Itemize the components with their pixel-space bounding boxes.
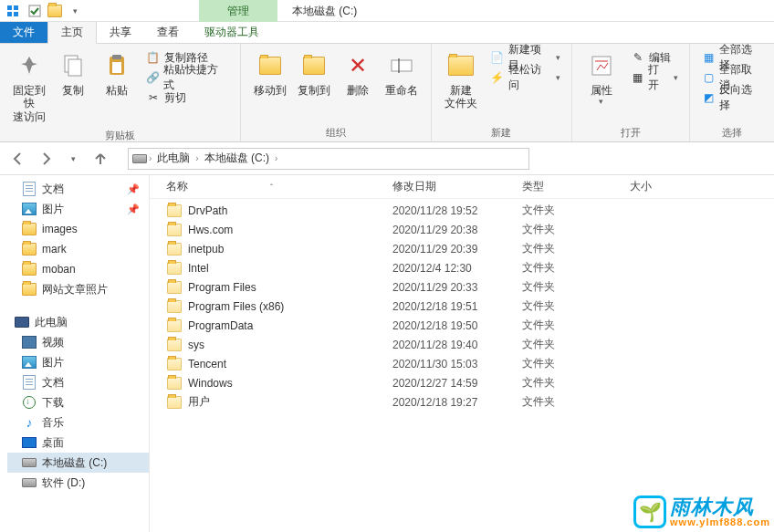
table-row[interactable]: sys2020/11/28 19:40文件夹 — [166, 335, 774, 354]
file-date: 2020/11/29 20:38 — [392, 224, 522, 236]
breadcrumb-pc[interactable]: 此电脑 — [153, 151, 194, 166]
scissors-icon: ✂ — [146, 90, 161, 105]
column-size[interactable]: 大小 — [630, 179, 703, 194]
back-button[interactable] — [7, 148, 29, 170]
pin-to-quick-access-button[interactable]: 固定到快 速访问 — [7, 47, 51, 127]
table-row[interactable]: ProgramData2020/12/18 19:50文件夹 — [166, 316, 774, 335]
folder-icon — [166, 337, 183, 353]
properties-icon — [587, 51, 616, 80]
sidebar-item[interactable]: mark — [7, 239, 149, 259]
table-row[interactable]: 用户2020/12/18 19:27文件夹 — [166, 392, 774, 412]
file-date: 2020/12/18 19:51 — [392, 300, 522, 313]
table-row[interactable]: inetpub2020/11/29 20:39文件夹 — [166, 239, 774, 258]
file-name: DrvPath — [188, 204, 392, 217]
file-date: 2020/11/28 19:40 — [392, 339, 522, 351]
table-row[interactable]: Hws.com2020/11/29 20:38文件夹 — [166, 220, 774, 239]
sidebar-item[interactable]: 桌面 — [7, 433, 149, 453]
file-date: 2020/12/18 19:27 — [392, 396, 522, 409]
forward-button[interactable] — [35, 148, 57, 170]
chevron-right-icon[interactable]: › — [275, 153, 277, 163]
sidebar-item[interactable]: moban — [7, 259, 149, 279]
column-name[interactable]: 名称ˆ — [166, 179, 392, 194]
table-row[interactable]: Program Files2020/11/29 20:33文件夹 — [166, 277, 774, 297]
sidebar-item[interactable]: 软件 (D:) — [7, 473, 149, 493]
column-type[interactable]: 类型 — [522, 179, 630, 194]
folder-icon — [166, 356, 183, 372]
tab-home[interactable]: 主页 — [47, 22, 97, 44]
table-row[interactable]: Windows2020/12/27 14:59文件夹 — [166, 373, 774, 392]
table-row[interactable]: Program Files (x86)2020/12/18 19:51文件夹 — [166, 297, 774, 316]
watermark-logo-icon: 🌱 — [633, 495, 666, 528]
column-date[interactable]: 修改日期 — [392, 179, 522, 194]
sidebar-item-label: 下载 — [42, 395, 64, 411]
system-menu-icon[interactable] — [4, 2, 22, 20]
sidebar-item[interactable]: 本地磁盘 (C:) — [7, 453, 149, 473]
sidebar-item[interactable]: images — [7, 219, 149, 239]
pin-icon: 📌 — [127, 183, 140, 195]
properties-button[interactable]: 属性▾ — [580, 47, 623, 110]
file-name: Intel — [188, 262, 392, 275]
group-label-clipboard: 剪贴板 — [7, 127, 233, 142]
file-type: 文件夹 — [522, 222, 630, 237]
breadcrumb-drive[interactable]: 本地磁盘 (C:) — [201, 151, 273, 166]
file-name: Program Files (x86) — [188, 300, 392, 313]
invert-selection-button[interactable]: ◩反向选择 — [697, 88, 767, 108]
nav-bar: ▾ › 此电脑 › 本地磁盘 (C:) › — [0, 142, 774, 175]
sidebar-item[interactable]: 网站文章照片 — [7, 279, 149, 299]
paste-shortcut-button[interactable]: 🔗粘贴快捷方式 — [142, 68, 234, 88]
sidebar-item[interactable]: 下载 — [7, 392, 149, 412]
new-folder-button[interactable]: 新建 文件夹 — [439, 47, 483, 114]
delete-button[interactable]: ✕删除 — [336, 47, 380, 100]
tab-share[interactable]: 共享 — [97, 22, 144, 43]
sidebar-item[interactable]: 文档 — [7, 372, 149, 392]
sidebar-item-label: 软件 (D:) — [42, 475, 85, 491]
address-bar[interactable]: › 此电脑 › 本地磁盘 (C:) › — [128, 148, 529, 170]
group-label-open: 打开 — [580, 124, 683, 140]
table-row[interactable]: DrvPath2020/11/28 19:52文件夹 — [166, 201, 774, 220]
folder-icon — [166, 394, 183, 411]
svg-rect-0 — [7, 5, 12, 10]
recent-dropdown-icon[interactable]: ▾ — [62, 148, 84, 170]
file-type: 文件夹 — [522, 260, 630, 276]
folder-icon — [22, 262, 37, 276]
sidebar-item[interactable]: 视频 — [7, 332, 149, 352]
table-row[interactable]: Intel2020/12/4 12:30文件夹 — [166, 258, 774, 277]
cut-button[interactable]: ✂剪切 — [142, 88, 234, 108]
qat-dropdown-icon[interactable]: ▾ — [66, 2, 84, 20]
table-row[interactable]: Tencent2020/11/30 15:03文件夹 — [166, 354, 774, 373]
move-to-button[interactable]: 移动到 — [248, 47, 292, 100]
copy-to-button[interactable]: 复制到 — [292, 47, 336, 100]
svg-rect-8 — [112, 55, 121, 59]
rename-button[interactable]: 重命名 — [380, 47, 424, 100]
sidebar-this-pc[interactable]: 此电脑 — [7, 312, 149, 332]
file-date: 2020/11/29 20:33 — [392, 281, 522, 294]
chevron-right-icon[interactable]: › — [195, 153, 198, 163]
ribbon-group-open: 属性▾ ✎编辑 ▦打开▾ 打开 — [572, 44, 691, 141]
up-button[interactable] — [89, 148, 111, 170]
paste-button[interactable]: 粘贴 — [95, 47, 139, 100]
svg-rect-9 — [112, 62, 121, 73]
tab-view[interactable]: 查看 — [144, 22, 192, 43]
sort-asc-icon: ˆ — [270, 183, 273, 192]
folder-icon — [166, 241, 183, 257]
sidebar-item[interactable]: 图片📌 — [7, 199, 149, 219]
sidebar-item[interactable]: 图片 — [7, 352, 149, 372]
qat-checkbox-icon[interactable] — [26, 2, 44, 20]
ribbon-group-select: ▦全部选择 ▢全部取消 ◩反向选择 选择 — [690, 44, 774, 141]
pc-icon — [15, 315, 29, 329]
tab-drive-tools[interactable]: 驱动器工具 — [192, 22, 272, 43]
open-button[interactable]: ▦打开▾ — [627, 68, 683, 88]
copy-button[interactable]: 复制 — [51, 47, 95, 100]
qat-folder-icon[interactable] — [46, 2, 64, 20]
file-type: 文件夹 — [522, 356, 630, 371]
chevron-right-icon[interactable]: › — [149, 153, 152, 163]
pin-icon: 📌 — [127, 203, 140, 215]
file-type: 文件夹 — [522, 318, 630, 333]
svg-rect-2 — [7, 12, 12, 16]
file-name: 用户 — [188, 394, 392, 410]
sidebar-item[interactable]: ♪音乐 — [7, 412, 149, 433]
sidebar-item[interactable]: 文档📌 — [7, 179, 149, 199]
easy-access-button[interactable]: ⚡轻松访问▾ — [486, 68, 564, 88]
tab-file[interactable]: 文件 — [0, 22, 47, 43]
file-name: Tencent — [188, 358, 392, 370]
